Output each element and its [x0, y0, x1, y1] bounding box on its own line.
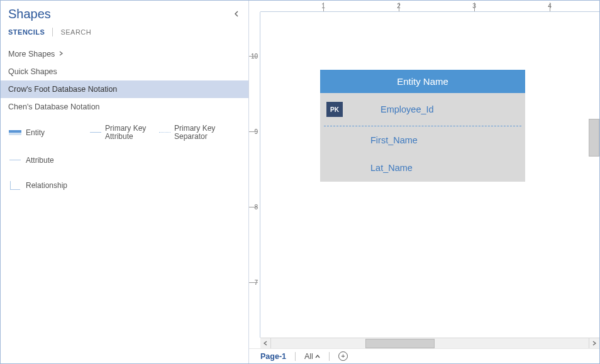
collapse-panel-button[interactable] — [231, 8, 242, 21]
entity-shape[interactable]: Entity Name PK Employee_Id First_Name La… — [320, 70, 525, 182]
panel-title: Shapes — [8, 7, 51, 21]
page-tab-1[interactable]: Page-1 — [260, 352, 286, 361]
stencil-entity[interactable]: Entity — [6, 121, 87, 145]
stencil-label: Relationship — [26, 182, 67, 190]
category-chen[interactable]: Chen's Database Notation — [1, 98, 248, 116]
entity-body: PK Employee_Id First_Name Lat_Name — [320, 93, 525, 182]
entity-attribute-row[interactable]: First_Name — [320, 126, 525, 154]
category-quick-shapes[interactable]: Quick Shapes — [1, 63, 248, 80]
horizontal-scrollbar[interactable] — [260, 338, 599, 348]
category-label: Quick Shapes — [8, 65, 57, 78]
horizontal-ruler[interactable]: 1 2 3 4 — [260, 1, 599, 12]
attribute-name[interactable]: Employee_Id — [353, 104, 434, 114]
stencil-label: Entity — [26, 129, 45, 137]
vertical-ruler[interactable]: 10 9 8 7 — [249, 12, 260, 338]
relationship-icon — [8, 180, 22, 191]
entity-title[interactable]: Entity Name — [320, 70, 525, 93]
stencil-label: Primary Key Separator — [174, 124, 230, 141]
category-label: Chen's Database Notation — [8, 101, 100, 113]
stencil-shapes: Entity Primary Key Attribute Primary Key… — [1, 116, 248, 200]
stencil-attribute[interactable]: Attribute — [6, 151, 87, 170]
stencil-label: Attribute — [26, 157, 54, 165]
attribute-icon — [8, 155, 22, 166]
drawing-page[interactable]: Entity Name PK Employee_Id First_Name La… — [260, 12, 599, 338]
shapes-panel: Shapes STENCILS SEARCH More Shapes Quick… — [1, 1, 249, 363]
stencil-primary-key-attribute[interactable]: Primary Key Attribute — [87, 121, 157, 145]
attribute-name[interactable]: First_Name — [326, 135, 418, 145]
stencil-primary-key-separator[interactable]: Primary Key Separator — [157, 121, 232, 145]
scroll-right-button[interactable] — [589, 338, 599, 349]
tab-search[interactable]: SEARCH — [60, 28, 91, 36]
stencil-category-list: More Shapes Quick Shapes Crow's Foot Dat… — [1, 43, 248, 116]
tab-divider — [52, 28, 53, 36]
entity-pk-row[interactable]: PK Employee_Id — [320, 93, 525, 126]
tab-separator — [329, 352, 330, 361]
category-crows-foot[interactable]: Crow's Foot Database Notation — [1, 80, 248, 98]
page-tabs-bar: Page-1 All + — [249, 348, 599, 363]
chevron-right-icon — [58, 48, 64, 60]
stencil-label: Primary Key Attribute — [105, 124, 154, 141]
panel-tabs: STENCILS SEARCH — [1, 24, 248, 43]
pk-badge: PK — [326, 102, 343, 117]
entity-icon — [8, 127, 22, 138]
entity-attribute-row[interactable]: Lat_Name — [320, 154, 525, 182]
tab-separator — [295, 352, 296, 361]
attribute-name[interactable]: Lat_Name — [326, 163, 413, 173]
tab-stencils[interactable]: STENCILS — [8, 28, 45, 36]
stencil-relationship[interactable]: Relationship — [6, 176, 87, 195]
category-label: Crow's Foot Database Notation — [8, 83, 117, 96]
pk-separator-icon — [159, 127, 170, 138]
horizontal-scrollbar-thumb[interactable] — [365, 339, 435, 348]
scroll-left-button[interactable] — [260, 338, 271, 349]
chevron-up-icon — [315, 354, 320, 359]
all-label: All — [304, 352, 313, 361]
category-label: More Shapes — [8, 48, 55, 60]
drawing-canvas-area: 1 2 3 4 10 9 8 7 Entity Name — [249, 1, 599, 363]
vertical-scrollbar-thumb[interactable] — [589, 119, 599, 157]
pk-attribute-icon — [90, 127, 101, 138]
category-more-shapes[interactable]: More Shapes — [1, 45, 248, 63]
page-tab-all[interactable]: All — [304, 352, 320, 361]
add-page-button[interactable]: + — [338, 351, 348, 361]
